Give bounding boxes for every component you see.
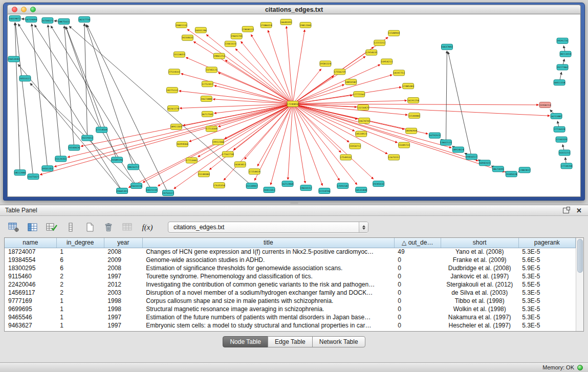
graph-node[interactable]: 20413351	[264, 187, 275, 193]
graph-node[interactable]: 17734204	[561, 163, 573, 169]
graph-node[interactable]: 16411318	[554, 80, 565, 85]
graph-node[interactable]: 19605705	[231, 33, 243, 39]
table-row[interactable]: 946554611997Estimation of the future num…	[5, 313, 576, 321]
graph-node[interactable]: 18112440	[14, 170, 26, 176]
graph-node[interactable]: 14197751	[393, 70, 405, 76]
graph-node[interactable]: 19610157	[300, 185, 312, 191]
column-header-in_degree[interactable]: in_degree	[56, 238, 104, 248]
graph-node[interactable]: 12752417	[202, 81, 213, 87]
graph-node[interactable]: 15954712	[349, 143, 361, 149]
graph-node[interactable]: 20160626	[68, 145, 80, 150]
graph-node[interactable]: 18096904	[405, 128, 417, 134]
graph-node[interactable]: 10954213	[381, 59, 393, 64]
graph-node[interactable]: 17713442	[186, 158, 198, 163]
table-row[interactable]: 969969511998Structural magnetic resonanc…	[5, 305, 576, 313]
graph-node[interactable]: 16531408	[355, 187, 367, 193]
column-header-year[interactable]: year	[104, 238, 142, 248]
column-header-short[interactable]: short	[441, 238, 518, 248]
graph-node[interactable]: 13602115	[440, 140, 452, 145]
close-panel-icon[interactable]: ✕	[576, 207, 582, 214]
graph-node[interactable]: 16343412	[234, 162, 246, 167]
graph-node[interactable]: 14850587	[345, 79, 357, 85]
show-columns-button[interactable]	[26, 221, 39, 234]
tab-node-table[interactable]: Node Table	[223, 336, 268, 347]
graph-node[interactable]: 19816517	[466, 154, 477, 160]
graph-node[interactable]: 36717541	[202, 111, 213, 117]
table-row[interactable]: 977716911998Corpus callosum shape and si…	[5, 297, 576, 305]
graph-node[interactable]: 16637842	[441, 44, 453, 50]
graph-node[interactable]: 23118055	[173, 52, 185, 57]
graph-node[interactable]: 12160320	[556, 137, 568, 142]
graph-node[interactable]: 12670157	[388, 155, 400, 160]
graph-node[interactable]: 20229312	[81, 135, 93, 141]
graph-node[interactable]: 10315211	[559, 150, 571, 156]
function-builder-button[interactable]: f(x)	[140, 221, 155, 234]
graph-node[interactable]: 11548904	[388, 30, 400, 36]
graph-node[interactable]: 16019872	[9, 15, 21, 21]
graph-node[interactable]: 27514102	[168, 69, 180, 75]
zoom-window-button[interactable]	[30, 7, 36, 12]
graph-node[interactable]: 16791923	[429, 133, 441, 138]
network-view[interactable]: 1724085422061023198612512374512312752417…	[7, 14, 581, 197]
graph-node[interactable]: 14321159	[146, 187, 158, 193]
table-row[interactable]: 1938455462009Genome-wide association stu…	[5, 256, 576, 264]
graph-node[interactable]: 15610226	[130, 183, 142, 189]
graph-node[interactable]: 22808123	[242, 26, 254, 32]
table-row[interactable]: 946362711997Embryonic stem cells: a mode…	[5, 321, 576, 330]
close-window-button[interactable]	[12, 7, 17, 12]
graph-node[interactable]: 17635354	[213, 183, 225, 188]
graph-node[interactable]: 17713309	[206, 126, 217, 132]
network-table-selector[interactable]: citations_edges.txt	[168, 222, 368, 233]
panel-splitter[interactable]	[0, 201, 588, 205]
network-window-titlebar[interactable]: citations_edges.txt	[7, 5, 581, 14]
scrollbar-thumb[interactable]	[577, 239, 583, 273]
graph-node[interactable]: 17485083	[402, 83, 414, 89]
graph-node[interactable]: 20665301	[116, 188, 128, 194]
graph-node[interactable]: 16001246	[195, 27, 207, 33]
graph-node[interactable]: 18914024	[452, 147, 464, 152]
graph-node[interactable]: 17240854	[287, 101, 299, 107]
graph-node[interactable]: 16640391	[280, 19, 292, 25]
table-scrollbar[interactable]	[576, 238, 583, 331]
float-panel-icon[interactable]	[563, 208, 569, 213]
graph-node[interactable]: 18875023	[58, 18, 70, 24]
graph-node[interactable]: 12215312	[374, 40, 385, 46]
tab-edge-table[interactable]: Edge Table	[268, 336, 313, 347]
tab-network-table[interactable]: Network Table	[312, 336, 365, 347]
graph-node[interactable]: 20653042	[8, 56, 20, 62]
graph-node[interactable]: 17086014	[260, 22, 272, 28]
graph-node[interactable]: 20553127	[19, 76, 31, 81]
graph-node[interactable]: 19277462	[557, 64, 569, 70]
graph-node[interactable]: 11544482	[408, 113, 420, 118]
table-row[interactable]: 1872400712008Changes of HCN gene express…	[5, 248, 576, 256]
graph-node[interactable]: 14514923	[355, 131, 367, 137]
graph-node[interactable]: 17556219	[334, 69, 345, 75]
column-header-title[interactable]: title	[142, 238, 394, 248]
graph-node[interactable]: 17771562	[353, 92, 365, 97]
minimize-window-button[interactable]	[21, 7, 27, 12]
graph-node[interactable]: 20589196	[111, 157, 123, 163]
table-row[interactable]: 911546021997Tourette syndrome. Phenomeno…	[5, 272, 576, 280]
graph-node[interactable]: 17214504	[96, 127, 107, 133]
column-header-name[interactable]: name	[5, 238, 56, 248]
graph-node[interactable]: 19591731	[557, 38, 569, 43]
graph-node[interactable]: 19801131	[176, 22, 187, 28]
graph-node[interactable]: 15134907	[246, 183, 258, 189]
graph-node[interactable]: 15144083	[198, 171, 210, 177]
graph-node[interactable]: 16094366	[177, 141, 188, 147]
new-document-button[interactable]	[83, 221, 96, 234]
delete-button[interactable]	[102, 221, 115, 234]
graph-node[interactable]: 18213014	[560, 51, 572, 57]
graph-node[interactable]: 13216425	[357, 105, 369, 111]
graph-node[interactable]: 12954035	[365, 50, 377, 55]
graph-node[interactable]: 16191254	[407, 98, 419, 103]
graph-node[interactable]: 18616217	[127, 164, 139, 170]
graph-node[interactable]: 15958214	[539, 102, 551, 108]
graph-node[interactable]: 16213487	[551, 113, 562, 119]
graph-node[interactable]: 20704371	[41, 17, 53, 23]
network-svg[interactable]: 1724085422061023198612512374512312752417…	[8, 14, 580, 196]
graph-node[interactable]: 19345028	[506, 171, 517, 177]
graph-node[interactable]: 15075021	[28, 174, 39, 180]
graph-node[interactable]: 19812065	[300, 22, 312, 28]
table-row[interactable]: 1830029562008Estimation of significance …	[5, 264, 576, 272]
